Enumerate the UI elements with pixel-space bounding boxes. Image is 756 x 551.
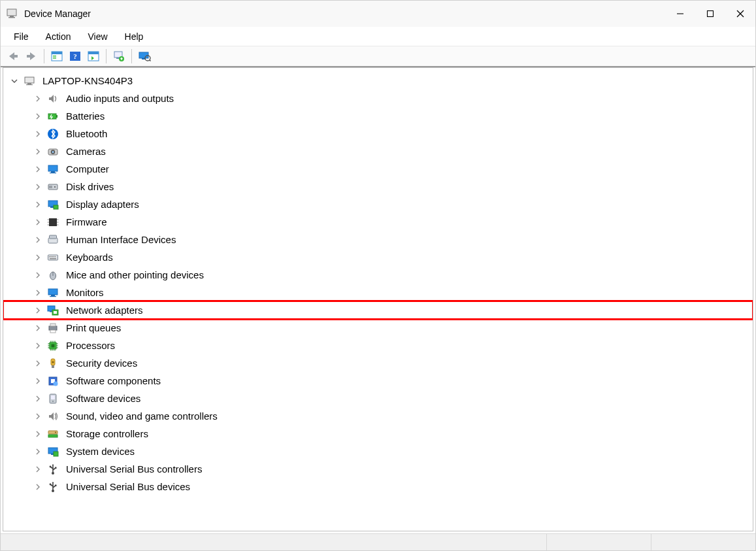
svg-rect-34 (51, 171, 55, 173)
tree-item-universal-serial-bus-controllers[interactable]: Universal Serial Bus controllers (3, 460, 753, 478)
tree-item-firmware[interactable]: Firmware (3, 213, 753, 231)
audio-icon (46, 92, 59, 105)
chevron-right-icon[interactable] (33, 376, 42, 386)
svg-rect-16 (88, 52, 99, 54)
chevron-right-icon[interactable] (33, 271, 42, 280)
menu-help[interactable]: Help (118, 29, 150, 44)
security-device-icon (46, 357, 59, 370)
display-adapter-icon (46, 198, 59, 211)
menu-action[interactable]: Action (39, 29, 78, 44)
chevron-right-icon[interactable] (33, 253, 42, 262)
svg-text:?: ? (73, 52, 77, 60)
hid-icon (46, 233, 59, 246)
device-tree-pane[interactable]: LAPTOP-KNS404P3Audio inputs and outputsB… (3, 67, 753, 531)
status-cell-1 (1, 534, 546, 550)
tree-item-print-queues[interactable]: Print queues (3, 319, 753, 337)
tree-item-universal-serial-bus-devices[interactable]: Universal Serial Bus devices (3, 478, 753, 495)
tree-item-label: Disk drives (65, 180, 115, 193)
tree-item-sound-video-and-game-controllers[interactable]: Sound, video and game controllers (3, 407, 753, 425)
close-button[interactable] (725, 1, 755, 27)
chevron-right-icon[interactable] (33, 94, 42, 103)
usb-device-icon (46, 480, 59, 493)
tree-item-display-adapters[interactable]: Display adapters (3, 195, 753, 213)
chevron-down-icon[interactable] (10, 76, 19, 86)
chevron-right-icon[interactable] (33, 235, 42, 244)
tree-item-security-devices[interactable]: Security devices (3, 354, 753, 372)
chevron-right-icon[interactable] (33, 147, 42, 156)
svg-rect-26 (26, 84, 33, 85)
chevron-right-icon[interactable] (33, 412, 42, 421)
help-icon[interactable]: ? (67, 48, 84, 65)
svg-rect-2 (8, 17, 15, 18)
tree-item-audio-inputs-and-outputs[interactable]: Audio inputs and outputs (3, 90, 753, 107)
chevron-right-icon[interactable] (33, 465, 42, 474)
camera-icon (46, 145, 59, 158)
svg-rect-25 (27, 83, 31, 84)
svg-rect-67 (49, 326, 57, 330)
chevron-right-icon[interactable] (33, 359, 42, 368)
tree-item-disk-drives[interactable]: Disk drives (3, 178, 753, 195)
chevron-right-icon[interactable] (33, 129, 42, 139)
tree-item-processors[interactable]: Processors (3, 337, 753, 354)
tree-item-network-adapters[interactable]: Network adapters (3, 301, 753, 319)
svg-rect-52 (49, 256, 50, 258)
show-hide-console-tree-icon[interactable] (48, 48, 65, 65)
tree-item-mice-and-other-pointing-devices[interactable]: Mice and other pointing devices (3, 266, 753, 284)
chevron-right-icon[interactable] (33, 218, 42, 227)
bluetooth-icon (46, 127, 59, 141)
svg-rect-11 (53, 56, 56, 57)
svg-rect-0 (7, 9, 16, 16)
tree-item-label: Audio inputs and outputs (65, 92, 175, 105)
chevron-right-icon[interactable] (33, 341, 42, 350)
scan-hardware-changes-icon[interactable] (110, 48, 127, 65)
network-adapter-icon (46, 304, 59, 317)
chevron-right-icon[interactable] (33, 182, 42, 192)
tree-item-cameras[interactable]: Cameras (3, 142, 753, 160)
tree-item-software-components[interactable]: Software components (3, 372, 753, 390)
tree-item-computer[interactable]: Computer (3, 160, 753, 178)
tree-item-monitors[interactable]: Monitors (3, 284, 753, 301)
chevron-right-icon[interactable] (33, 447, 42, 456)
action-pane-icon[interactable] (85, 48, 102, 65)
svg-point-105 (50, 483, 52, 485)
svg-rect-55 (54, 256, 55, 258)
svg-rect-66 (54, 311, 57, 314)
chevron-right-icon[interactable] (33, 394, 42, 403)
tree-root-label: LAPTOP-KNS404P3 (41, 75, 134, 87)
svg-rect-62 (50, 296, 56, 297)
tree-item-storage-controllers[interactable]: Storage controllers (3, 425, 753, 442)
chevron-right-icon[interactable] (33, 288, 42, 297)
status-cell-2 (546, 534, 651, 550)
chevron-right-icon[interactable] (33, 165, 42, 174)
chevron-right-icon[interactable] (33, 482, 42, 492)
back-icon[interactable] (5, 48, 22, 65)
tree-item-human-interface-devices[interactable]: Human Interface Devices (3, 231, 753, 248)
tree-item-label: Mice and other pointing devices (65, 269, 205, 281)
status-cell-3 (651, 534, 755, 550)
svg-line-23 (150, 60, 151, 61)
chevron-right-icon[interactable] (33, 324, 42, 333)
chevron-right-icon[interactable] (33, 429, 42, 439)
tree-item-software-devices[interactable]: Software devices (3, 390, 753, 407)
tree-item-batteries[interactable]: Batteries (3, 107, 753, 125)
chevron-right-icon[interactable] (33, 112, 42, 121)
minimize-button[interactable] (665, 1, 695, 27)
tree-item-label: Monitors (65, 286, 105, 299)
maximize-button[interactable] (695, 1, 725, 27)
tree-item-label: Firmware (65, 216, 108, 228)
menu-view[interactable]: View (81, 29, 114, 44)
devices-connection-icon[interactable] (136, 48, 153, 65)
svg-rect-38 (49, 186, 52, 188)
tree-item-system-devices[interactable]: System devices (3, 442, 753, 460)
tree-item-label: Universal Serial Bus controllers (65, 463, 203, 475)
chevron-right-icon[interactable] (33, 306, 42, 315)
chevron-right-icon[interactable] (33, 200, 42, 209)
tree-root[interactable]: LAPTOP-KNS404P3 (3, 72, 753, 90)
tree-item-keyboards[interactable]: Keyboards (3, 248, 753, 266)
menu-file[interactable]: File (7, 29, 35, 44)
system-device-icon (46, 445, 59, 458)
tree-item-bluetooth[interactable]: Bluetooth (3, 125, 753, 142)
svg-rect-56 (55, 256, 56, 258)
forward-icon[interactable] (23, 48, 40, 65)
tree-item-label: Sound, video and game controllers (65, 410, 219, 422)
